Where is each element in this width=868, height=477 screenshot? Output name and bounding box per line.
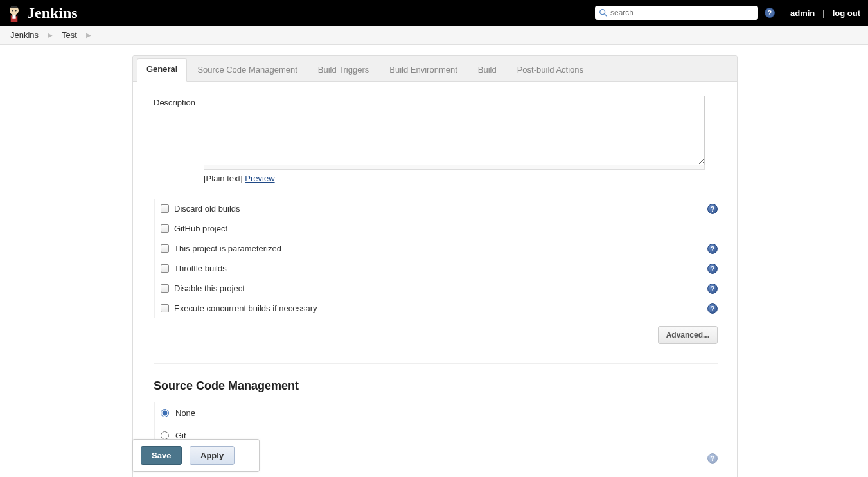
svg-rect-1 — [11, 6, 18, 9]
config-panel: General Source Code Management Build Tri… — [132, 55, 738, 477]
parameterized-checkbox[interactable] — [161, 244, 169, 253]
save-button[interactable]: Save — [141, 446, 182, 465]
scm-none-label: None — [175, 408, 195, 418]
parameterized-label: This project is parameterized — [174, 244, 281, 253]
disable-project-checkbox[interactable] — [161, 284, 169, 292]
search-icon — [599, 8, 608, 17]
plain-text-label: [Plain text] — [204, 174, 243, 183]
tab-general[interactable]: General — [137, 59, 187, 82]
chevron-right-icon: ▶ — [86, 32, 91, 39]
tab-build[interactable]: Build — [468, 59, 507, 81]
tab-build-triggers[interactable]: Build Triggers — [308, 59, 379, 81]
scm-heading: Source Code Management — [154, 363, 718, 393]
scm-none-radio[interactable] — [161, 409, 169, 417]
top-header: Jenkins ? admin | log out — [0, 0, 868, 26]
search-box[interactable] — [595, 6, 758, 20]
search-input[interactable] — [610, 8, 754, 17]
breadcrumb-item-test[interactable]: Test — [62, 30, 77, 40]
discard-old-builds-checkbox[interactable] — [161, 204, 169, 213]
breadcrumb-item-jenkins[interactable]: Jenkins — [10, 30, 39, 40]
concurrent-builds-checkbox[interactable] — [161, 304, 169, 312]
discard-old-builds-label: Discard old builds — [174, 204, 240, 213]
help-icon[interactable]: ? — [707, 244, 718, 254]
advanced-button[interactable]: Advanced... — [658, 326, 718, 344]
header-help-icon[interactable]: ? — [765, 8, 775, 18]
brand-name: Jenkins — [27, 4, 78, 22]
textarea-resize-handle[interactable] — [204, 165, 705, 170]
breadcrumb: Jenkins ▶ Test ▶ — [0, 26, 868, 45]
jenkins-logo-icon — [5, 4, 23, 22]
help-icon[interactable]: ? — [707, 303, 718, 314]
tab-scm[interactable]: Source Code Management — [187, 59, 307, 81]
throttle-builds-checkbox[interactable] — [161, 264, 169, 273]
floating-action-bar: Save Apply — [132, 439, 260, 472]
throttle-builds-label: Throttle builds — [174, 264, 227, 273]
github-project-label: GitHub project — [174, 224, 227, 233]
tab-build-environment[interactable]: Build Environment — [379, 59, 468, 81]
header-user-link[interactable]: admin — [790, 8, 815, 18]
help-icon[interactable]: ? — [707, 284, 718, 294]
svg-point-3 — [15, 10, 17, 11]
apply-button[interactable]: Apply — [190, 446, 235, 465]
svg-rect-4 — [12, 15, 15, 19]
chevron-right-icon: ▶ — [48, 32, 53, 39]
tab-post-build[interactable]: Post-build Actions — [507, 59, 594, 81]
help-icon[interactable]: ? — [707, 204, 718, 214]
concurrent-builds-label: Execute concurrent builds if necessary — [174, 303, 317, 313]
help-icon[interactable]: ? — [707, 453, 718, 464]
general-options: Discard old builds ? GitHub project This… — [154, 199, 718, 318]
github-project-checkbox[interactable] — [161, 224, 169, 233]
header-separator: | — [822, 8, 824, 18]
description-input[interactable] — [204, 96, 705, 165]
help-icon[interactable]: ? — [707, 264, 718, 274]
disable-project-label: Disable this project — [174, 284, 245, 293]
logo-area[interactable]: Jenkins — [5, 4, 78, 22]
preview-link[interactable]: Preview — [245, 174, 274, 183]
tabs-row: General Source Code Management Build Tri… — [133, 56, 737, 82]
logout-link[interactable]: log out — [833, 8, 860, 18]
svg-point-2 — [12, 10, 13, 11]
svg-line-6 — [605, 14, 607, 17]
description-label: Description — [154, 96, 193, 107]
svg-point-5 — [600, 10, 605, 15]
